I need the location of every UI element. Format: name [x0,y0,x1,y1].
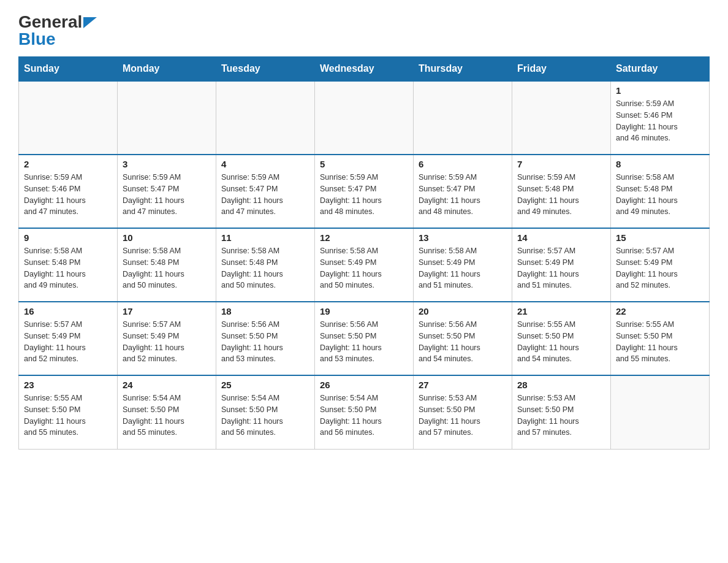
calendar-header-saturday: Saturday [611,57,710,82]
page-header: General Blue [18,12,710,49]
day-info: Sunrise: 5:57 AMSunset: 5:49 PMDaylight:… [24,319,112,365]
day-number: 6 [419,159,507,169]
calendar-day-cell [118,81,216,155]
calendar-day-cell: 12Sunrise: 5:58 AMSunset: 5:49 PMDayligh… [315,228,414,302]
calendar-week-row: 16Sunrise: 5:57 AMSunset: 5:49 PMDayligh… [19,302,710,375]
day-info: Sunrise: 5:58 AMSunset: 5:48 PMDaylight:… [123,245,211,291]
calendar-day-cell: 21Sunrise: 5:55 AMSunset: 5:50 PMDayligh… [512,302,611,375]
day-number: 1 [616,85,704,96]
calendar-day-cell [611,375,710,449]
day-number: 18 [221,306,309,316]
calendar-day-cell: 24Sunrise: 5:54 AMSunset: 5:50 PMDayligh… [118,375,216,449]
calendar-day-cell: 1Sunrise: 5:59 AMSunset: 5:46 PMDaylight… [611,81,710,155]
day-number: 5 [320,159,408,169]
calendar-day-cell: 4Sunrise: 5:59 AMSunset: 5:47 PMDaylight… [216,155,315,228]
day-number: 17 [123,306,211,316]
calendar-week-row: 23Sunrise: 5:55 AMSunset: 5:50 PMDayligh… [19,375,710,449]
day-info: Sunrise: 5:58 AMSunset: 5:49 PMDaylight:… [419,245,507,291]
calendar-day-cell: 17Sunrise: 5:57 AMSunset: 5:49 PMDayligh… [118,302,216,375]
day-number: 23 [24,380,112,390]
calendar-day-cell: 15Sunrise: 5:57 AMSunset: 5:49 PMDayligh… [611,228,710,302]
calendar-day-cell: 25Sunrise: 5:54 AMSunset: 5:50 PMDayligh… [216,375,315,449]
calendar-day-cell: 9Sunrise: 5:58 AMSunset: 5:48 PMDaylight… [19,228,118,302]
day-number: 19 [320,306,408,316]
calendar-week-row: 9Sunrise: 5:58 AMSunset: 5:48 PMDaylight… [19,228,710,302]
logo: General Blue [18,12,97,49]
day-number: 16 [24,306,112,316]
calendar-day-cell: 19Sunrise: 5:56 AMSunset: 5:50 PMDayligh… [315,302,414,375]
day-info: Sunrise: 5:56 AMSunset: 5:50 PMDaylight:… [320,319,408,365]
calendar-header-wednesday: Wednesday [315,57,414,82]
calendar-day-cell [19,81,118,155]
calendar-day-cell [414,81,512,155]
svg-marker-0 [83,17,97,28]
day-number: 10 [123,232,211,243]
day-info: Sunrise: 5:54 AMSunset: 5:50 PMDaylight:… [123,393,211,439]
day-number: 4 [221,159,309,169]
day-number: 25 [221,380,309,390]
calendar-day-cell: 14Sunrise: 5:57 AMSunset: 5:49 PMDayligh… [512,228,611,302]
day-number: 21 [517,306,605,316]
day-info: Sunrise: 5:59 AMSunset: 5:47 PMDaylight:… [320,172,408,218]
day-number: 2 [24,159,112,169]
day-number: 24 [123,380,211,390]
day-info: Sunrise: 5:58 AMSunset: 5:48 PMDaylight:… [24,245,112,291]
calendar-day-cell: 16Sunrise: 5:57 AMSunset: 5:49 PMDayligh… [19,302,118,375]
day-number: 22 [616,306,704,316]
calendar-header-sunday: Sunday [19,57,118,82]
day-info: Sunrise: 5:58 AMSunset: 5:48 PMDaylight:… [616,172,704,218]
calendar-week-row: 1Sunrise: 5:59 AMSunset: 5:46 PMDaylight… [19,81,710,155]
day-info: Sunrise: 5:55 AMSunset: 5:50 PMDaylight:… [616,319,704,365]
day-info: Sunrise: 5:59 AMSunset: 5:47 PMDaylight:… [419,172,507,218]
day-number: 15 [616,232,704,243]
day-number: 26 [320,380,408,390]
calendar-day-cell [216,81,315,155]
calendar-day-cell [315,81,414,155]
calendar-day-cell: 27Sunrise: 5:53 AMSunset: 5:50 PMDayligh… [414,375,512,449]
day-number: 11 [221,232,309,243]
day-number: 3 [123,159,211,169]
calendar-day-cell [512,81,611,155]
day-info: Sunrise: 5:54 AMSunset: 5:50 PMDaylight:… [320,393,408,439]
calendar-header-thursday: Thursday [414,57,512,82]
calendar-day-cell: 26Sunrise: 5:54 AMSunset: 5:50 PMDayligh… [315,375,414,449]
logo-arrow-icon [83,17,97,28]
day-number: 12 [320,232,408,243]
day-info: Sunrise: 5:58 AMSunset: 5:49 PMDaylight:… [320,245,408,291]
day-number: 8 [616,159,704,169]
calendar-day-cell: 11Sunrise: 5:58 AMSunset: 5:48 PMDayligh… [216,228,315,302]
calendar-header-tuesday: Tuesday [216,57,315,82]
day-info: Sunrise: 5:55 AMSunset: 5:50 PMDaylight:… [24,393,112,439]
calendar-week-row: 2Sunrise: 5:59 AMSunset: 5:46 PMDaylight… [19,155,710,228]
calendar-day-cell: 22Sunrise: 5:55 AMSunset: 5:50 PMDayligh… [611,302,710,375]
day-info: Sunrise: 5:59 AMSunset: 5:47 PMDaylight:… [221,172,309,218]
calendar-day-cell: 2Sunrise: 5:59 AMSunset: 5:46 PMDaylight… [19,155,118,228]
day-info: Sunrise: 5:54 AMSunset: 5:50 PMDaylight:… [221,393,309,439]
logo-text-blue: Blue [18,29,56,49]
calendar-header-monday: Monday [118,57,216,82]
calendar-day-cell: 28Sunrise: 5:53 AMSunset: 5:50 PMDayligh… [512,375,611,449]
day-info: Sunrise: 5:55 AMSunset: 5:50 PMDaylight:… [517,319,605,365]
day-info: Sunrise: 5:59 AMSunset: 5:46 PMDaylight:… [24,172,112,218]
calendar-day-cell: 8Sunrise: 5:58 AMSunset: 5:48 PMDaylight… [611,155,710,228]
calendar-day-cell: 6Sunrise: 5:59 AMSunset: 5:47 PMDaylight… [414,155,512,228]
calendar-day-cell: 3Sunrise: 5:59 AMSunset: 5:47 PMDaylight… [118,155,216,228]
day-number: 27 [419,380,507,390]
day-info: Sunrise: 5:56 AMSunset: 5:50 PMDaylight:… [221,319,309,365]
day-number: 9 [24,232,112,243]
day-info: Sunrise: 5:53 AMSunset: 5:50 PMDaylight:… [419,393,507,439]
day-info: Sunrise: 5:57 AMSunset: 5:49 PMDaylight:… [517,245,605,291]
day-info: Sunrise: 5:53 AMSunset: 5:50 PMDaylight:… [517,393,605,439]
calendar-day-cell: 7Sunrise: 5:59 AMSunset: 5:48 PMDaylight… [512,155,611,228]
day-number: 7 [517,159,605,169]
day-info: Sunrise: 5:57 AMSunset: 5:49 PMDaylight:… [616,245,704,291]
day-info: Sunrise: 5:59 AMSunset: 5:46 PMDaylight:… [616,98,704,144]
calendar-day-cell: 13Sunrise: 5:58 AMSunset: 5:49 PMDayligh… [414,228,512,302]
day-number: 14 [517,232,605,243]
day-number: 28 [517,380,605,390]
day-number: 13 [419,232,507,243]
calendar-day-cell: 20Sunrise: 5:56 AMSunset: 5:50 PMDayligh… [414,302,512,375]
calendar-day-cell: 10Sunrise: 5:58 AMSunset: 5:48 PMDayligh… [118,228,216,302]
day-info: Sunrise: 5:57 AMSunset: 5:49 PMDaylight:… [123,319,211,365]
calendar-day-cell: 5Sunrise: 5:59 AMSunset: 5:47 PMDaylight… [315,155,414,228]
